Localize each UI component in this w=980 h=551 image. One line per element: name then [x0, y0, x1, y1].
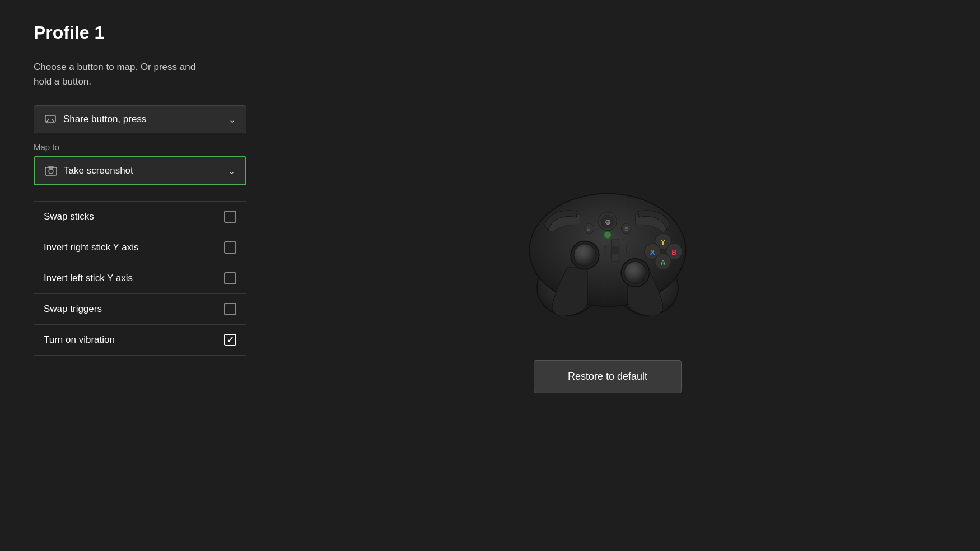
- restore-default-button[interactable]: Restore to default: [534, 360, 682, 393]
- toggle-label-swap-sticks: Swap sticks: [44, 211, 94, 222]
- checkbox-turn-on-vibration[interactable]: [224, 334, 236, 346]
- screenshot-icon: [45, 166, 57, 176]
- dropdown-left: Share button, press: [44, 114, 146, 125]
- instruction-text: Choose a button to map. Or press and hol…: [34, 60, 213, 88]
- checkbox-invert-right-stick[interactable]: [224, 241, 236, 254]
- map-to-left: Take screenshot: [45, 165, 133, 176]
- svg-text:⊞: ⊞: [587, 227, 591, 232]
- svg-text:⊕: ⊕: [605, 218, 611, 226]
- svg-text:Y: Y: [661, 238, 666, 246]
- map-to-chevron-icon: ⌄: [228, 166, 235, 176]
- toggle-item-turn-on-vibration[interactable]: Turn on vibration: [34, 324, 246, 356]
- share-button-label: Share button, press: [63, 114, 146, 125]
- toggle-item-swap-triggers[interactable]: Swap triggers: [34, 293, 246, 324]
- profile-title: Profile 1: [34, 22, 269, 43]
- svg-text:X: X: [650, 248, 655, 256]
- toggle-item-invert-right-stick[interactable]: Invert right stick Y axis: [34, 232, 246, 263]
- svg-point-16: [604, 231, 612, 239]
- toggle-label-invert-left-stick: Invert left stick Y axis: [44, 273, 133, 284]
- toggle-label-invert-right-stick: Invert right stick Y axis: [44, 242, 138, 253]
- map-to-dropdown[interactable]: Take screenshot ⌄: [34, 156, 246, 185]
- right-panel: ⊕ ⊞ ☰: [269, 22, 946, 529]
- svg-text:☰: ☰: [624, 227, 628, 232]
- left-panel: Profile 1 Choose a button to map. Or pre…: [34, 22, 269, 529]
- svg-text:A: A: [660, 258, 665, 266]
- toggle-item-invert-left-stick[interactable]: Invert left stick Y axis: [34, 263, 246, 293]
- toggle-label-swap-triggers: Swap triggers: [44, 303, 102, 315]
- svg-point-22: [629, 266, 637, 274]
- checkbox-invert-left-stick[interactable]: [224, 272, 236, 284]
- svg-rect-1: [45, 167, 57, 175]
- controller-image: ⊕ ⊞ ☰: [507, 158, 708, 338]
- share-button-chevron-icon: ⌄: [228, 114, 236, 125]
- toggle-label-turn-on-vibration: Turn on vibration: [44, 334, 115, 345]
- map-to-label: Map to: [34, 142, 269, 152]
- map-to-value: Take screenshot: [64, 165, 133, 176]
- svg-point-2: [49, 169, 53, 174]
- svg-rect-25: [611, 246, 619, 254]
- toggle-list: Swap sticksInvert right stick Y axisInve…: [34, 201, 246, 356]
- share-icon: [44, 114, 57, 124]
- checkbox-swap-triggers[interactable]: [224, 303, 236, 315]
- svg-text:B: B: [671, 248, 676, 256]
- share-button-dropdown[interactable]: Share button, press ⌄: [34, 105, 246, 133]
- checkbox-swap-sticks[interactable]: [224, 211, 236, 223]
- toggle-item-swap-sticks[interactable]: Swap sticks: [34, 201, 246, 232]
- svg-point-19: [578, 248, 586, 256]
